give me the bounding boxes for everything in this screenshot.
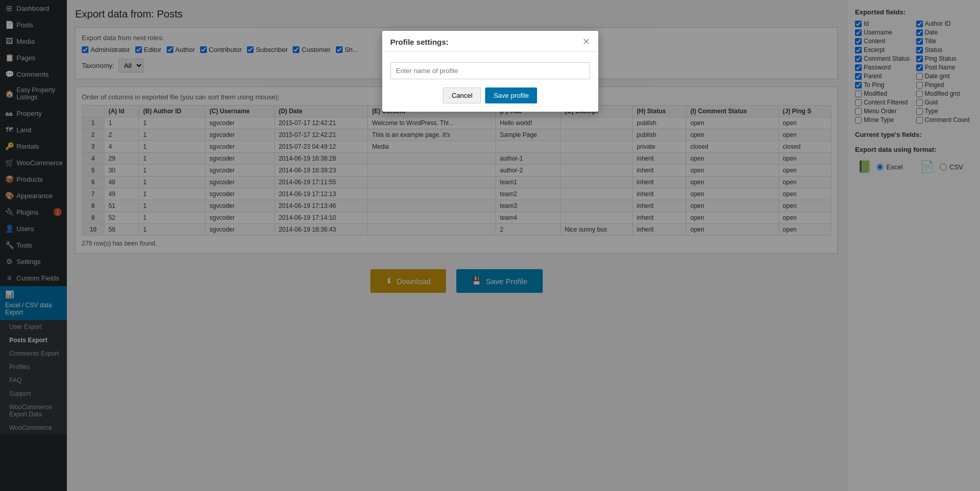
modal-body: Cancel Save profile <box>382 52 598 112</box>
modal-cancel-button[interactable]: Cancel <box>443 87 481 103</box>
modal-header: Profile settings: ✕ <box>382 31 598 52</box>
modal-overlay[interactable]: Profile settings: ✕ Cancel Save profile <box>0 0 980 491</box>
modal-title: Profile settings: <box>390 38 449 46</box>
modal-save-button[interactable]: Save profile <box>485 87 537 103</box>
profile-name-input[interactable] <box>390 62 590 79</box>
modal-close-button[interactable]: ✕ <box>582 37 590 46</box>
modal-box: Profile settings: ✕ Cancel Save profile <box>382 31 598 112</box>
modal-actions: Cancel Save profile <box>390 87 590 103</box>
